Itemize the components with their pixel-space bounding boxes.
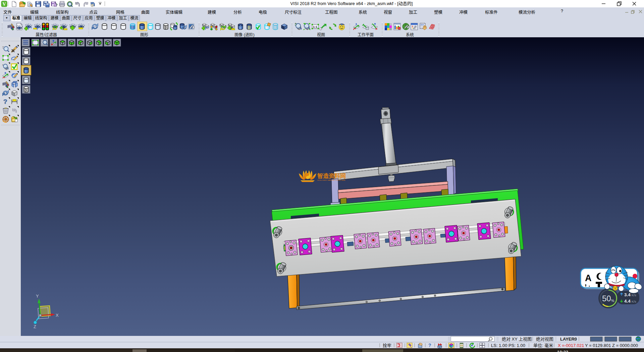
svg-text:智造资料网: 智造资料网 <box>317 173 346 179</box>
svg-text:K/s: K/s <box>632 293 636 297</box>
svg-text:INTELLIGENT MANUFACTURING DATA: INTELLIGENT MANUFACTURING DATA <box>317 179 345 181</box>
svg-text:4.4: 4.4 <box>624 299 631 304</box>
svg-text:1:1: 1:1 <box>313 25 317 29</box>
svg-text:?: ? <box>3 98 7 105</box>
svg-text:绝对视图: 绝对视图 <box>536 337 553 342</box>
svg-text:50: 50 <box>602 294 611 303</box>
svg-text:V: V <box>2 2 6 7</box>
svg-text:?: ? <box>428 343 431 348</box>
svg-text:X: X <box>56 313 59 318</box>
svg-text:10:23: 10:23 <box>557 350 568 352</box>
svg-text:3.4: 3.4 <box>624 292 631 297</box>
svg-text:%: % <box>611 299 614 303</box>
svg-text:LAYER0: LAYER0 <box>560 337 577 342</box>
svg-text:X =-0017.021: X =-0017.021 <box>558 343 584 348</box>
svg-text:K/s: K/s <box>632 300 636 303</box>
svg-text:Y: Y <box>36 294 39 299</box>
svg-text:Y = 0129.801 Z = 0000.000: Y = 0129.801 Z = 0000.000 <box>585 343 638 348</box>
svg-text:LS: 1.00 PS: 1.00: LS: 1.00 PS: 1.00 <box>491 343 525 348</box>
svg-text:单位: 毫米: 单位: 毫米 <box>533 343 553 348</box>
svg-text:拴牢: 拴牢 <box>383 343 391 348</box>
svg-text:,: , <box>585 279 587 287</box>
svg-text:Z: Z <box>34 324 36 329</box>
svg-text:绝对 XY 上视图: 绝对 XY 上视图 <box>502 337 532 342</box>
